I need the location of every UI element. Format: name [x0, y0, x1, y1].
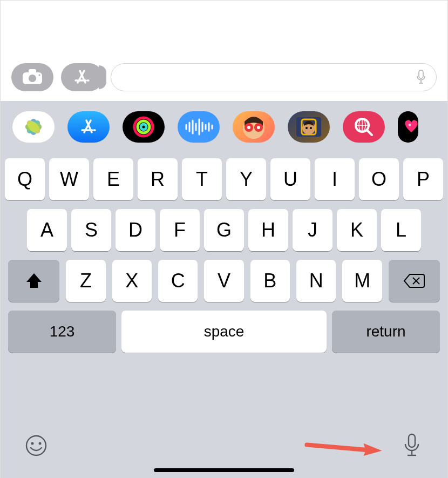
key-row-bottom: 123 space return	[1, 311, 447, 353]
key-a[interactable]: A	[27, 209, 67, 251]
key-w[interactable]: W	[49, 158, 89, 200]
key-p[interactable]: P	[403, 158, 443, 200]
imessage-keyboard-screen: Q W E R T Y U I O P A S D F G H J K L Z	[0, 0, 448, 478]
key-c[interactable]: C	[158, 260, 198, 302]
message-text-field[interactable]	[111, 63, 437, 91]
dictation-microphone-button[interactable]	[399, 433, 425, 459]
shift-icon	[25, 272, 43, 290]
camera-icon	[22, 69, 43, 85]
key-shift[interactable]	[8, 260, 59, 302]
key-n[interactable]: N	[296, 260, 336, 302]
key-row-3: Z X C V B N M	[1, 260, 447, 302]
tray-app-memoji-2[interactable]	[288, 111, 330, 143]
key-l[interactable]: L	[381, 209, 421, 251]
appstore-icon	[79, 117, 98, 137]
svg-point-38	[247, 126, 250, 129]
key-i[interactable]: I	[315, 158, 355, 200]
svg-rect-56	[409, 434, 415, 447]
tray-app-audio[interactable]	[178, 111, 220, 143]
key-row-1: Q W E R T Y U I O P	[1, 158, 447, 200]
key-u[interactable]: U	[270, 158, 310, 200]
svg-point-25	[141, 124, 146, 130]
home-indicator[interactable]	[154, 468, 294, 472]
memoji-icon	[238, 114, 269, 140]
key-j[interactable]: J	[293, 209, 332, 251]
key-return[interactable]: return	[332, 311, 440, 353]
svg-point-2	[29, 75, 36, 82]
microphone-icon[interactable]	[416, 70, 426, 85]
key-e[interactable]: E	[93, 158, 133, 200]
svg-point-43	[306, 127, 308, 129]
camera-button[interactable]	[11, 63, 53, 91]
svg-point-3	[38, 74, 40, 76]
key-t[interactable]: T	[182, 158, 222, 200]
svg-point-55	[39, 442, 42, 445]
tray-app-heart[interactable]	[398, 111, 418, 143]
tray-app-memoji-1[interactable]	[233, 111, 275, 143]
svg-point-50	[409, 124, 411, 126]
key-h[interactable]: H	[248, 209, 288, 251]
svg-line-46	[367, 130, 372, 135]
svg-point-53	[26, 436, 46, 455]
activity-rings-icon	[132, 115, 155, 139]
key-s[interactable]: S	[71, 209, 111, 251]
key-y[interactable]: Y	[226, 158, 266, 200]
svg-point-44	[310, 127, 312, 129]
svg-rect-8	[419, 70, 423, 78]
tray-app-images-search[interactable]	[343, 111, 385, 143]
key-o[interactable]: O	[359, 158, 399, 200]
keyboard: Q W E R T Y U I O P A S D F G H J K L Z	[1, 153, 447, 478]
key-x[interactable]: X	[112, 260, 152, 302]
memoji-icon	[293, 114, 324, 140]
key-v[interactable]: V	[204, 260, 243, 302]
key-q[interactable]: Q	[5, 158, 45, 200]
emoji-keyboard-button[interactable]	[23, 433, 49, 459]
key-r[interactable]: R	[138, 158, 178, 200]
appstore-stack-edge	[99, 65, 106, 89]
key-b[interactable]: B	[250, 260, 290, 302]
key-numbers[interactable]: 123	[8, 311, 116, 353]
key-backspace[interactable]	[389, 260, 440, 302]
svg-point-54	[31, 442, 34, 445]
tray-app-photos[interactable]	[12, 111, 55, 143]
tray-app-activity[interactable]	[123, 111, 165, 143]
key-space[interactable]: space	[121, 311, 327, 353]
key-m[interactable]: M	[342, 260, 382, 302]
appstore-icon	[72, 68, 92, 87]
imessage-app-tray[interactable]	[1, 101, 447, 153]
appstore-button[interactable]	[61, 63, 103, 91]
backspace-icon	[403, 273, 425, 289]
tray-app-appstore[interactable]	[67, 111, 110, 143]
svg-point-39	[257, 126, 260, 129]
input-row	[1, 61, 447, 93]
search-images-icon	[353, 116, 375, 138]
key-k[interactable]: K	[337, 209, 377, 251]
key-row-2: A S D F G H J K L	[1, 209, 447, 251]
microphone-icon	[403, 433, 421, 458]
key-f[interactable]: F	[160, 209, 200, 251]
photos-icon	[22, 115, 45, 139]
svg-rect-1	[29, 69, 36, 73]
message-compose-area	[1, 1, 447, 101]
key-d[interactable]: D	[116, 209, 155, 251]
svg-point-24	[138, 121, 150, 133]
key-g[interactable]: G	[204, 209, 244, 251]
emoji-icon	[25, 434, 47, 457]
key-z[interactable]: Z	[66, 260, 105, 302]
audio-wave-icon	[184, 118, 213, 136]
heart-icon	[404, 119, 418, 135]
